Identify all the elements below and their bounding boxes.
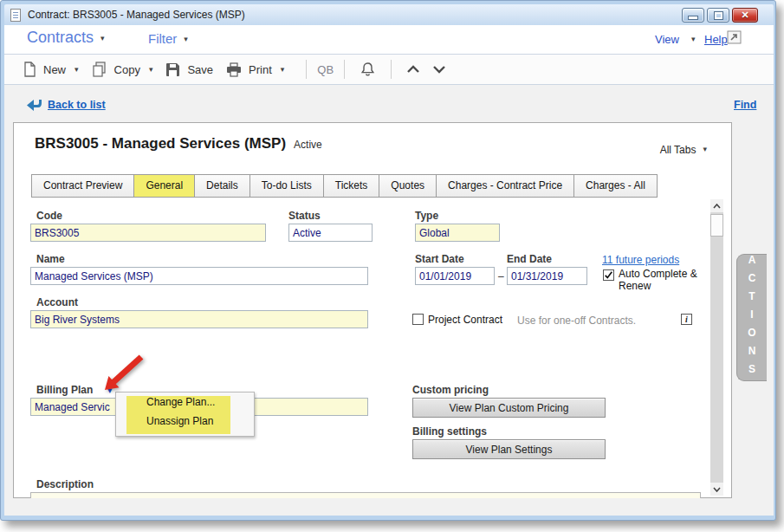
future-periods-link[interactable]: 11 future periods xyxy=(602,254,679,266)
print-button[interactable]: Print ▾ xyxy=(226,62,284,77)
chevron-down-icon xyxy=(432,65,446,74)
back-to-list-link[interactable]: Back to list xyxy=(27,99,106,111)
description-field[interactable] xyxy=(30,492,701,498)
view-menu[interactable]: View▾ xyxy=(655,33,695,46)
billing-plan-context-menu: Change Plan... Unassign Plan xyxy=(115,392,255,437)
bell-icon xyxy=(360,62,376,77)
start-date-label: Start Date xyxy=(415,253,464,265)
vertical-scrollbar[interactable] xyxy=(710,199,723,496)
project-contract-checkbox[interactable] xyxy=(412,314,424,325)
contract-detail-panel: BRS3005 - Managed Services (MSP) Active … xyxy=(13,122,732,498)
end-date-label: End Date xyxy=(507,253,552,265)
all-tabs-dropdown[interactable]: All Tabs▾ xyxy=(660,144,707,156)
menu-item-change-plan[interactable]: Change Plan... xyxy=(116,393,254,412)
project-contract-hint: Use for one-off Contracts. xyxy=(517,315,636,327)
date-range-separator: – xyxy=(498,270,504,282)
project-contract-label: Project Contract xyxy=(428,315,502,327)
title-bar: Contract: BRS3005 - Managed Services (MS… xyxy=(4,4,774,25)
tab-charges-contract-price[interactable]: Charges - Contract Price xyxy=(437,174,574,198)
tab-contract-preview[interactable]: Contract Preview xyxy=(31,174,134,198)
contracts-menu-label: Contracts xyxy=(27,29,94,46)
scrollbar-thumb[interactable] xyxy=(710,214,723,237)
alerts-bell-button[interactable] xyxy=(360,62,376,77)
chevron-down-icon xyxy=(713,487,721,492)
copy-button[interactable]: Copy ▾ xyxy=(92,62,153,77)
view-plan-settings-button[interactable]: View Plan Settings xyxy=(412,439,606,459)
billing-plan-label: Billing Plan xyxy=(36,384,93,396)
print-button-label: Print xyxy=(249,63,272,76)
chevron-up-icon xyxy=(713,204,721,209)
end-date-field[interactable]: 01/31/2019 xyxy=(507,267,587,285)
app-window: Contract: BRS3005 - Managed Services (MS… xyxy=(0,0,776,521)
scroll-up-button[interactable] xyxy=(710,199,723,212)
menu-item-unassign-plan[interactable]: Unassign Plan xyxy=(116,412,254,431)
info-icon[interactable]: i xyxy=(681,314,692,325)
popout-window-icon[interactable] xyxy=(727,30,742,48)
help-link-label: Help xyxy=(704,33,728,46)
code-field[interactable]: BRS3005 xyxy=(30,224,266,242)
tab-strip: Contract Preview General Details To-do L… xyxy=(31,174,658,198)
new-button[interactable]: New ▾ xyxy=(23,62,79,77)
help-link[interactable]: Help xyxy=(704,33,728,46)
type-label: Type xyxy=(415,210,438,222)
chevron-up-icon xyxy=(406,65,420,74)
start-date-field[interactable]: 01/01/2019 xyxy=(415,267,495,285)
chevron-down-icon: ▾ xyxy=(281,65,285,74)
record-title: BRS3005 - Managed Services (MSP) Active xyxy=(35,135,322,152)
chevron-down-icon: ▾ xyxy=(100,34,105,42)
custom-pricing-label: Custom pricing xyxy=(412,384,489,396)
new-button-label: New xyxy=(43,63,66,76)
minimize-button[interactable] xyxy=(682,8,704,23)
annotation-arrow-icon xyxy=(96,350,152,395)
save-button[interactable]: Save xyxy=(165,62,213,77)
maximize-icon xyxy=(715,12,722,19)
actions-side-tab[interactable]: ACTIONS xyxy=(736,254,767,381)
record-status: Active xyxy=(294,139,322,151)
save-button-label: Save xyxy=(187,63,213,76)
previous-record-button[interactable] xyxy=(406,65,420,74)
toolbar: New ▾ Copy ▾ Save Print ▾ QB xyxy=(4,54,774,85)
name-field[interactable]: Managed Services (MSP) xyxy=(30,267,368,285)
all-tabs-label: All Tabs xyxy=(660,144,697,156)
tab-details[interactable]: Details xyxy=(195,174,250,198)
tab-quotes[interactable]: Quotes xyxy=(379,174,437,198)
tab-charges-all[interactable]: Charges - All xyxy=(574,174,658,198)
minimize-icon xyxy=(689,16,697,19)
account-field[interactable]: Big River Systems xyxy=(30,310,368,328)
back-to-list-label: Back to list xyxy=(48,99,106,111)
next-record-button[interactable] xyxy=(432,65,446,74)
copy-icon xyxy=(92,62,107,77)
tab-general[interactable]: General xyxy=(134,174,195,198)
actions-side-tab-label: ACTIONS xyxy=(746,254,758,381)
tab-todo-lists[interactable]: To-do Lists xyxy=(250,174,324,198)
toolbar-separator xyxy=(306,60,307,79)
toolbar-separator xyxy=(344,60,345,79)
auto-complete-checkbox[interactable] xyxy=(603,269,614,281)
tab-tickets[interactable]: Tickets xyxy=(324,174,380,198)
find-link[interactable]: Find xyxy=(734,99,756,111)
contracts-menu[interactable]: Contracts▾ xyxy=(27,29,105,47)
chevron-down-icon: ▾ xyxy=(149,65,153,74)
contract-document-icon xyxy=(10,9,21,22)
close-button[interactable]: ✕ xyxy=(732,8,758,23)
chevron-down-icon: ▾ xyxy=(184,35,188,43)
print-icon xyxy=(226,62,242,77)
filter-menu[interactable]: Filter▾ xyxy=(148,31,188,46)
scroll-down-button[interactable] xyxy=(710,483,723,496)
status-field[interactable]: Active xyxy=(288,224,373,242)
record-title-text: BRS3005 - Managed Services (MSP) xyxy=(35,135,286,152)
window-title: Contract: BRS3005 - Managed Services (MS… xyxy=(28,9,245,21)
filter-menu-label: Filter xyxy=(148,31,177,46)
toolbar-separator xyxy=(391,60,392,79)
type-field[interactable]: Global xyxy=(415,224,500,242)
status-label: Status xyxy=(288,210,321,222)
close-icon: ✕ xyxy=(741,10,748,21)
account-label: Account xyxy=(36,296,78,308)
view-plan-custom-pricing-button[interactable]: View Plan Custom Pricing xyxy=(412,398,606,418)
maximize-button[interactable] xyxy=(707,8,729,23)
billing-settings-label: Billing settings xyxy=(412,425,487,438)
chevron-down-icon: ▾ xyxy=(75,65,79,74)
quickbooks-button[interactable]: QB xyxy=(317,63,334,76)
back-arrow-icon xyxy=(27,100,42,111)
chevron-down-icon: ▾ xyxy=(703,145,707,153)
